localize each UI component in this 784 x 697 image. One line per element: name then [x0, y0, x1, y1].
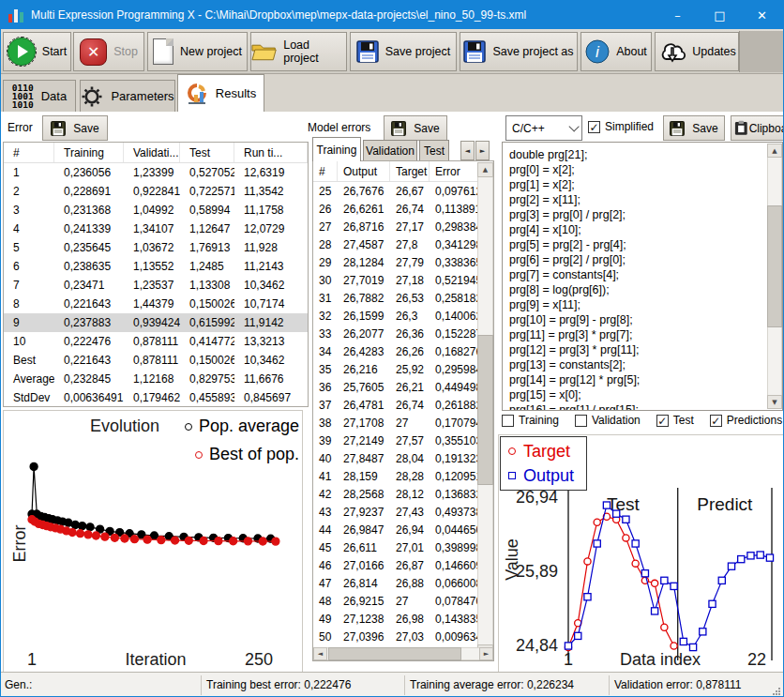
series-toggle-predictions[interactable]: ✓Predictions — [710, 414, 782, 427]
minimize-button[interactable]: – — [656, 1, 699, 29]
table-row[interactable]: 100,2224760,8781110,41477213,3213 — [4, 332, 308, 351]
tab-data[interactable]: 011010011010 Data — [3, 80, 76, 112]
table-row[interactable]: 60,2386351,135521,248511,2143 — [4, 257, 308, 276]
save-errors-button[interactable]: Save — [42, 115, 108, 141]
updates-button[interactable]: Updates — [655, 32, 739, 71]
table-row[interactable]: 30,2313681,049920,5899411,1758 — [4, 201, 308, 220]
scrollbar-thumb[interactable] — [477, 335, 493, 485]
tab-scroll-left-button[interactable]: ◄ — [460, 141, 475, 160]
table-cell: 7 — [4, 279, 54, 292]
column-header[interactable]: Validati... — [124, 143, 180, 162]
save-code-button[interactable]: Save — [663, 115, 725, 141]
scroll-down-button[interactable]: ▼ — [767, 395, 782, 409]
about-button[interactable]: i About — [580, 32, 652, 71]
table-cell: 0,221643 — [54, 354, 124, 367]
table-cell: 35 — [313, 363, 338, 376]
table-row[interactable]: 40,2413391,341071,1264712,0729 — [4, 220, 308, 238]
table-cell: 1,12647 — [180, 222, 234, 235]
table-row[interactable]: StdDev0,006364910,1794620,4558930,845697 — [4, 388, 308, 407]
table-row[interactable]: 4327,923727,430,493738 — [313, 503, 493, 521]
table-row[interactable]: 2928,128427,790,338365 — [313, 253, 493, 271]
table-row[interactable]: 2526,767626,670,097612 — [313, 182, 493, 200]
scroll-up-button[interactable]: ▲ — [477, 162, 493, 177]
series-toggle-training[interactable]: Training — [502, 414, 559, 427]
table-row[interactable]: 4128,15928,280,120951 — [313, 467, 493, 485]
table-row[interactable]: 4526,61127,010,398998 — [313, 538, 493, 556]
save-project-as-button[interactable]: Save project as — [460, 32, 578, 71]
model-tab-validation[interactable]: Validation — [363, 140, 417, 161]
stop-button[interactable]: ✕ Stop — [73, 32, 144, 71]
resize-grip[interactable] — [772, 687, 781, 696]
table-row[interactable]: 3126,788226,530,258182 — [313, 289, 493, 307]
table-row[interactable]: 20,2286910,9228410,72257111,3542 — [4, 182, 308, 201]
table-cell: 30 — [313, 274, 338, 287]
code-panel[interactable]: double prg[21];prg[0] = x[2];prg[1] = x[… — [502, 142, 783, 411]
column-header[interactable]: Output — [338, 161, 390, 181]
model-tab-training[interactable]: Training — [312, 137, 361, 161]
new-project-button[interactable]: New project — [147, 32, 248, 71]
load-project-button[interactable]: Load project — [250, 32, 347, 71]
save-model-errors-button[interactable]: Save — [384, 115, 447, 141]
model-tab-test[interactable]: Test — [419, 140, 449, 161]
table-cell: 26,74 — [390, 203, 430, 216]
table-row[interactable]: 3927,214927,570,355103 — [313, 432, 493, 449]
table-row[interactable]: 4228,256828,120,136832 — [313, 485, 493, 503]
table-cell: 1,23399 — [124, 166, 180, 179]
column-header[interactable]: Test — [180, 143, 234, 162]
table-row[interactable]: 10,2360561,233990,52705212,6319 — [4, 163, 308, 182]
new-project-label: New project — [180, 45, 242, 58]
table-row[interactable]: 4927,123826,980,143835 — [313, 610, 493, 628]
table-row[interactable]: 3726,478126,740,261882 — [313, 396, 493, 414]
table-row[interactable]: 4826,9215270,078470 — [313, 592, 493, 610]
table-cell: 0,414772 — [180, 335, 234, 348]
series-toggle-validation[interactable]: Validation — [575, 414, 641, 427]
language-select[interactable]: C/C++ — [505, 115, 582, 141]
table-row[interactable]: 2827,458727,80,341298 — [313, 235, 493, 253]
table-row[interactable]: 3226,159926,30,140062 — [313, 307, 493, 325]
close-button[interactable]: ✕ — [741, 1, 783, 29]
simplified-checkbox[interactable]: ✓ Simplified — [588, 120, 654, 133]
evolution-xtick-min: 1 — [24, 650, 39, 670]
table-cell: 0,179462 — [124, 391, 180, 404]
table-row[interactable]: 3326,207726,360,152287 — [313, 325, 493, 342]
table-row[interactable]: 80,2216431,443790,15002610,7174 — [4, 295, 308, 313]
save-project-button[interactable]: Save project — [350, 32, 457, 71]
table-row[interactable]: 3827,1708270,170794 — [313, 414, 493, 432]
column-header[interactable]: # — [313, 161, 338, 181]
table-row[interactable]: 3426,428326,260,168276 — [313, 342, 493, 360]
column-header[interactable]: Run ti... — [234, 143, 308, 162]
maximize-button[interactable]: □ — [699, 1, 741, 29]
tab-scroll-right-button[interactable]: ► — [475, 141, 490, 160]
table-row[interactable]: 70,234711,235371,1330810,3462 — [4, 276, 308, 295]
table-row[interactable]: 3625,760526,210,449498 — [313, 378, 493, 396]
tab-results[interactable]: Results — [177, 74, 264, 112]
scroll-left-button[interactable]: ◄ — [313, 647, 327, 660]
table-row[interactable]: 90,2378830,9394240,61599211,9142 — [4, 313, 308, 332]
table-row[interactable]: 5027,039627,030,009634 — [313, 628, 493, 645]
start-button[interactable]: Start — [3, 32, 71, 71]
table-row[interactable]: 2626,626126,740,113891 — [313, 200, 493, 218]
table-row[interactable]: 4027,848728,040,191323 — [313, 449, 493, 467]
table-cell: 0,58994 — [180, 204, 234, 217]
table-row[interactable]: 50,2356451,036721,7691311,928 — [4, 238, 308, 257]
table-row[interactable]: 4426,984726,940,044650 — [313, 521, 493, 538]
series-toggle-test[interactable]: ✓Test — [656, 414, 694, 427]
clipboard-button[interactable]: Clipboard — [731, 115, 784, 141]
scrollbar-thumb[interactable] — [767, 205, 782, 327]
tab-parameters[interactable]: Parameters — [80, 80, 175, 112]
scroll-up-button[interactable]: ▲ — [767, 144, 782, 158]
table-row[interactable]: 4627,016626,870,146609 — [313, 556, 493, 574]
table-cell: 11,2143 — [234, 260, 308, 273]
table-row[interactable]: 3526,21625,920,295984 — [313, 360, 493, 378]
column-header[interactable]: Target — [390, 161, 430, 181]
table-row[interactable]: 2726,871627,170,298384 — [313, 218, 493, 235]
column-header[interactable]: # — [4, 143, 54, 162]
table-cell: 0,829753 — [180, 372, 234, 386]
table-row[interactable]: Average0,2328451,121680,82975311,6676 — [4, 370, 308, 388]
scrollbar-thumb[interactable] — [328, 647, 461, 660]
scroll-right-button[interactable]: ► — [479, 647, 493, 660]
table-row[interactable]: 3027,701927,180,521945 — [313, 271, 493, 289]
table-row[interactable]: Best0,2216430,8781110,15002610,3462 — [4, 351, 308, 370]
column-header[interactable]: Training — [54, 143, 124, 162]
table-row[interactable]: 4726,81426,880,066008 — [313, 574, 493, 592]
